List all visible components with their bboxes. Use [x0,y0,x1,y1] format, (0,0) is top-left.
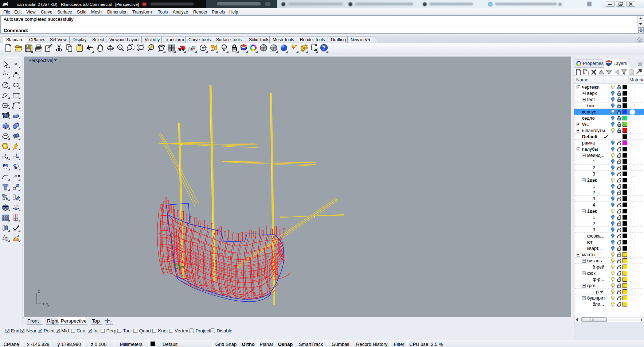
svg-text:?: ? [323,45,326,51]
